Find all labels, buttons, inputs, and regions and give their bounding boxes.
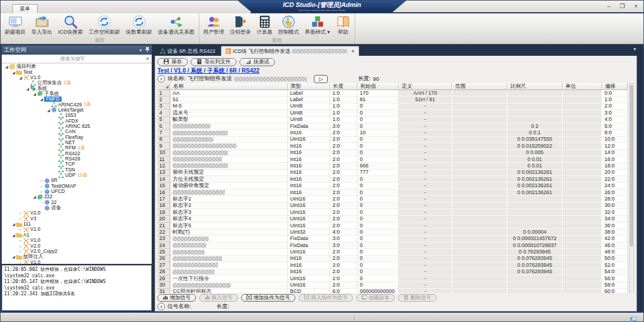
tree-item-公用块集合[interactable]: 公用块集合2条 [2,80,152,85]
tree-item-TCP[interactable]: TCP [2,162,152,167]
tab-list-icon[interactable]: ▾ [634,46,636,52]
ribbon-button-new-project[interactable]: 新建项目 [2,14,28,37]
tree-item-FMFD[interactable]: ◢FMFD [2,96,152,102]
table-row[interactable]: 10Int162:00-0 0.00514:0 [158,150,628,156]
add-block-as-signal-button[interactable]: 增加块作为信号 [241,294,295,302]
tree-expander-icon[interactable]: ▹ [39,184,44,189]
block-test-button[interactable]: 块测试 [239,58,275,66]
scrollbar-thumb[interactable] [630,85,633,246]
ribbon-button-device-graph[interactable]: 设备通讯关系图 [155,14,198,37]
ribbon-button-calculator[interactable]: 计算器 [254,14,276,37]
table-row[interactable]: 251Label1:08151H / 811:0 [158,96,628,103]
tree-item-6R[interactable]: ▹6R [2,178,152,183]
table-row[interactable]: 25UInt162:00-0 0.7629394548:0 [158,249,628,255]
tree-expander-icon[interactable]: ▹ [39,189,44,194]
tree-expander-icon[interactable]: ▹ [18,216,23,221]
table-row[interactable]: 31CC同步时间标志BCD6:0000000000000-60:0 [158,289,628,293]
column-header-名称[interactable]: 名称 [170,83,288,90]
breadcrumb[interactable]: Test / V1.0 / 系统 / 子系统 / 6R / RS422 [158,67,634,74]
table-row[interactable]: 9Int162:00-0 0.01525902212:0 [158,143,628,149]
column-header-范围[interactable]: 范围 [452,83,507,90]
table-row[interactable]: 8UInt162:00-0 0.03814755510:0 [158,137,628,143]
table-row[interactable]: 3M-5UInt81:00-2:0 [158,103,628,110]
tree-item-FlexRay[interactable]: FlexRay [2,134,152,139]
maximize-button[interactable]: ❐ [620,2,625,11]
table-row[interactable]: 29一次性下行指令UInt162:00-56:0 [158,276,628,282]
tree-item-LinksTarget[interactable]: ◢LinksTarget [2,108,152,113]
table-row[interactable]: 15被动俯仰角预定Int162:00-0 0.00213626124:0 [158,183,628,189]
column-header-定义[interactable]: 定义 [399,83,452,90]
table-row[interactable]: 13俯仰天线预定Int162:0777-0 0.00213626120:0 [158,170,628,176]
tree-item-UDP[interactable]: UDP10条 [2,173,152,178]
tree-item-V1.0[interactable]: ▹V1.0 [2,259,152,264]
tree-item-111[interactable]: ◢111 [2,221,152,227]
ribbon-button-ui-style[interactable]: 界面样式 ▾ [302,14,333,37]
tree-expander-icon[interactable]: ◢ [46,108,51,113]
tab-close-icon[interactable]: × [352,48,355,54]
tree-expander-icon[interactable]: ◢ [39,96,44,102]
table-row[interactable]: 14方位天线预定Int162:00-0 0.00213626122:0 [158,176,628,183]
table-row[interactable]: 1AALabel1:0170AAH / 1700:0 [158,90,628,96]
table-row[interactable]: 4流水号UInt81:00-3:0 [158,110,628,116]
ribbon-button-import-export[interactable]: 导入导出 [28,14,55,37]
table-row[interactable]: 27Int162:00-0 0.07629394552:0 [158,262,628,269]
search-input[interactable] [2,55,144,63]
tree-expander-icon[interactable]: ▹ [18,210,23,216]
table-row[interactable]: 24FixData3:00-0 0.00001072883745:0 [158,242,628,249]
tree-expander-icon[interactable]: ▹ [18,238,23,243]
resize-grip-icon[interactable] [630,314,636,320]
run-button[interactable]: ▷ [314,75,328,83]
ribbon-button-block-refresh[interactable]: 块数量刷新 [123,14,155,37]
document-tab-2[interactable]: ICD块 飞行控制组件发送× [221,46,359,56]
minimize-button[interactable]: – [607,2,611,11]
ribbon-button-help[interactable]: 帮助 [333,14,353,37]
export-button[interactable]: 导出到文件 [191,58,237,66]
table-row[interactable]: 5帧类型UInt81:00-4:0 [158,117,628,123]
table-row[interactable]: 6FixData3:00-0 25:0 [158,123,628,130]
tree-item-22[interactable]: 22 [2,200,152,205]
ribbon-button-workspace-refresh[interactable]: 工作空间刷新 [86,14,123,37]
tree-expander-icon[interactable]: ▹ [18,249,23,254]
tree-item-V2.0[interactable]: ▹V2.0 [2,243,152,248]
tree-item-ARINC 825[interactable]: ARINC 825 [2,124,152,129]
tree-item-系统[interactable]: ◢系统 [2,85,152,91]
tree-item-222[interactable]: ◢222 [2,194,152,199]
tree-item-NET[interactable]: NET [2,140,152,145]
ribbon-button-control-mode[interactable]: 控制模式 [276,14,302,37]
tree-expander-icon[interactable]: ◢ [4,64,9,69]
tree-expander-icon[interactable]: ◢ [11,254,16,259]
table-row[interactable]: 12Int162:0666-0 0.0118:0 [158,163,628,169]
tree-item-RS429[interactable]: RS429 [2,156,152,162]
column-header-比例尺[interactable]: 比例尺 [507,83,563,90]
add-signal-button[interactable]: 增加信号 [158,294,196,302]
table-row[interactable]: 20标志字4UInt162:00-34:0 [158,216,628,222]
tree-expander-icon[interactable]: ▹ [18,227,23,232]
collapse-chevron-icon[interactable]: ∨ [158,303,165,310]
table-row[interactable]: 11Int162:00-0 0.0116:0 [158,156,628,163]
tree-item-设备[interactable]: 设备 [2,205,152,210]
tree-item-V1.0[interactable]: ◢V1.0 [2,75,152,80]
close-button[interactable]: × [634,2,638,11]
tree-expander-icon[interactable]: ▹ [18,260,23,264]
tree-item-TestIOMAP[interactable]: ▹TestIOMAP [2,184,152,189]
column-header-偏移[interactable]: 偏移 [602,83,628,90]
ribbon-button-icd-search[interactable]: ICD块搜索 [55,14,86,37]
tree-item-故障注入[interactable]: ◢故障注入 [2,254,152,259]
tree-item-V1.0[interactable]: ▹V1.0 [2,238,152,243]
table-row[interactable]: 16Int162:00-0 0.00213626126:0 [158,189,628,196]
document-tab-1[interactable]: 设备 6R 总线 RS422 [156,46,220,56]
tree-item-A1[interactable]: ◢A1 [2,232,152,238]
save-button[interactable]: 保存 [158,58,188,66]
tree-expander-icon[interactable]: ◢ [25,86,30,91]
chevron-down-icon[interactable]: ▾ [139,48,142,53]
table-row[interactable]: 18标志字2UInt162:00-30:0 [158,203,628,209]
tree-expander-icon[interactable]: ◢ [18,75,23,80]
table-row[interactable]: 30UInt162:00-58:0 [158,282,628,288]
tree-item-子系统[interactable]: ◢子系统 [2,91,152,96]
table-row[interactable]: 28Int162:00-0 0.07629394554:0 [158,269,628,276]
table-row[interactable]: 21标志字5UInt162:00-36:0 [158,223,628,229]
table-corner-cell[interactable] [158,83,170,90]
tree-item-Test[interactable]: ◢Test [2,69,152,74]
ribbon-button-user-manage[interactable]: 用户管理 [201,14,227,37]
vertical-scrollbar[interactable] [629,83,634,293]
